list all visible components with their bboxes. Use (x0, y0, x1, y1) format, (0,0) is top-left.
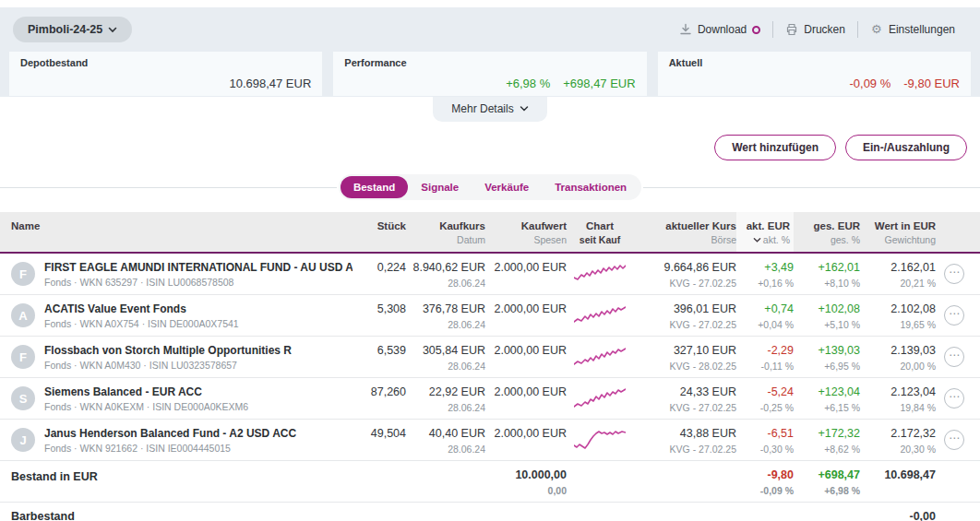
col-akt-eur[interactable]: akt. EUR akt. % (736, 212, 794, 252)
sparkline-chart[interactable] (567, 337, 633, 377)
fund-sub: Fonds · WKN A0KEXM · ISIN DE000A0KEXM6 (44, 401, 248, 412)
performance-value: +698,47 EUR (563, 77, 635, 90)
row-menu-button[interactable]: ⋯ (944, 305, 964, 326)
depot-label: Depotbestand (20, 57, 311, 68)
wert-value: 2.172,3220,30 % (860, 420, 936, 460)
sparkline-chart[interactable] (567, 420, 633, 460)
sparkline-chart[interactable] (567, 254, 633, 294)
row-menu-button[interactable]: ⋯ (944, 347, 964, 367)
table-row[interactable]: J Janus Henderson Balanced Fund - A2 USD… (0, 420, 980, 461)
akt-eur-value: -5,24-0,25 % (736, 378, 794, 419)
divider (0, 187, 337, 188)
col-kaufwert: Kaufwert Spesen (485, 212, 567, 252)
stueck-value: 5,308 (358, 295, 406, 336)
fund-name[interactable]: FIRST EAGLE AMUNDI INTERNATIONAL FUND - … (44, 261, 353, 274)
bestand-ges: +698,47+6,98 % (794, 461, 860, 502)
tab-verkaeufe[interactable]: Verkäufe (472, 176, 542, 198)
ges-eur-value: +139,03+6,95 % (794, 337, 860, 377)
ges-eur-value: +172,32+8,62 % (794, 420, 860, 460)
ges-eur-value: +162,01+8,10 % (794, 254, 860, 294)
fund-name[interactable]: Siemens Balanced - EUR ACC (44, 385, 248, 398)
mehr-details-label: Mehr Details (451, 102, 513, 115)
boerse-info: KVG - 27.02.25 (633, 444, 736, 455)
barbestand-wert: -0,00 (860, 503, 936, 521)
deposit-withdraw-button[interactable]: Ein-/Auszahlung (845, 135, 967, 160)
table-row[interactable]: F FIRST EAGLE AMUNDI INTERNATIONAL FUND … (0, 254, 980, 295)
aktuell-value: -9,80 EUR (903, 77, 960, 90)
kaufkurs-value: 376,78 EUR28.06.24 (406, 295, 485, 336)
fund-sub: Fonds · WKN A0X754 · ISIN DE000A0X7541 (44, 318, 239, 329)
print-button[interactable]: Drucken (773, 23, 857, 36)
akt-eur-value: -6,51-0,30 % (736, 420, 794, 460)
akt-eur-value: +3,49+0,16 % (736, 254, 794, 294)
fund-name[interactable]: Flossbach von Storch Multiple Opportunit… (44, 344, 292, 357)
col-aktueller-kurs: aktueller Kurs Börse (633, 212, 736, 252)
kaufwert-value: 2.000,00 EUR (485, 295, 567, 336)
tabs-group: Bestand Signale Verkäufe Transaktionen (339, 174, 641, 200)
sort-chevron-icon (753, 236, 761, 244)
barbestand-row: Barbestand -0,00 (0, 503, 980, 521)
download-button[interactable]: Download (667, 23, 772, 36)
depot-value: 10.698,47 EUR (229, 77, 311, 90)
fund-name[interactable]: Janus Henderson Balanced Fund - A2 USD A… (44, 427, 296, 440)
row-menu-button[interactable]: ⋯ (944, 264, 964, 284)
kaufkurs-value: 40,40 EUR28.06.24 (406, 420, 485, 460)
settings-label: Einstellungen (889, 23, 955, 36)
kaufwert-value: 2.000,00 EUR (485, 378, 567, 419)
toolbar-actions: Download Drucken ⚙ Einstellungen (667, 21, 967, 38)
sparkline-chart[interactable] (567, 378, 633, 419)
wert-value: 2.162,0120,21 % (860, 254, 936, 294)
tab-bestand[interactable]: Bestand (341, 176, 408, 198)
gewichtung: 20,21 % (860, 278, 936, 289)
ges-eur-value: +102,08+5,10 % (794, 295, 860, 336)
table-row[interactable]: S Siemens Balanced - EUR ACC Fonds · WKN… (0, 378, 980, 420)
kauf-datum: 28.06.24 (406, 402, 485, 413)
boerse-info: KVG - 28.02.25 (633, 361, 736, 372)
kauf-datum: 28.06.24 (406, 319, 485, 330)
portfolio-selector[interactable]: Pimboli-24-25 (13, 17, 132, 42)
table-row[interactable]: F Flossbach von Storch Multiple Opportun… (0, 337, 980, 378)
performance-label: Performance (344, 57, 635, 68)
mehr-details-button[interactable]: Mehr Details (433, 97, 546, 122)
kauf-datum: 28.06.24 (406, 278, 485, 289)
col-stueck: Stück (358, 212, 406, 252)
gear-icon: ⚙ (870, 23, 883, 36)
gewichtung: 20,00 % (860, 361, 936, 372)
col-name: Name (11, 212, 358, 252)
col-menu (936, 212, 973, 252)
fund-name[interactable]: ACATIS Value Event Fonds (44, 302, 239, 315)
avatar: S (11, 386, 35, 410)
boerse-info: KVG - 27.02.25 (633, 319, 736, 330)
settings-button[interactable]: ⚙ Einstellungen (858, 23, 967, 36)
fund-sub: Fonds · WKN 921662 · ISIN IE0004445015 (44, 443, 296, 454)
bestand-wert: 10.698,47 (860, 461, 936, 502)
chevron-down-icon (108, 25, 117, 34)
tab-transaktionen[interactable]: Transaktionen (542, 176, 639, 198)
top-band: Pimboli-24-25 Download Drucken ⚙ Einstel… (0, 7, 980, 97)
sparkline-chart[interactable] (567, 295, 633, 336)
aktueller-kurs-value: 43,88 EURKVG - 27.02.25 (633, 420, 736, 460)
avatar: F (11, 262, 35, 286)
bestand-summary-row: Bestand in EUR 10.000,000,00 -9,80-0,09 … (0, 461, 980, 503)
action-buttons: Wert hinzufügen Ein-/Auszahlung (0, 122, 980, 160)
col-kaufkurs: Kaufkurs Datum (406, 212, 485, 252)
barbestand-label: Barbestand (11, 503, 860, 521)
add-value-button[interactable]: Wert hinzufügen (714, 135, 836, 160)
performance-percent: +6,98 % (506, 77, 550, 90)
row-menu-button[interactable]: ⋯ (944, 388, 964, 409)
boerse-info: KVG - 27.02.25 (633, 402, 736, 413)
download-badge-icon (752, 26, 760, 34)
tab-signale[interactable]: Signale (408, 176, 472, 198)
stueck-value: 49,504 (358, 420, 406, 460)
bestand-label: Bestand in EUR (11, 461, 485, 502)
table-row[interactable]: A ACATIS Value Event Fonds Fonds · WKN A… (0, 295, 980, 337)
boerse-info: KVG - 27.02.25 (633, 278, 736, 289)
kaufwert-value: 2.000,00 EUR (485, 254, 567, 294)
row-menu-button[interactable]: ⋯ (944, 430, 964, 450)
stueck-value: 0,224 (358, 254, 406, 294)
aktuell-percent: -0,09 % (849, 77, 890, 90)
print-label: Drucken (804, 23, 845, 36)
aktueller-kurs-value: 396,01 EURKVG - 27.02.25 (633, 295, 736, 336)
aktuell-card: Aktuell -0,09 % -9,80 EUR (658, 52, 971, 96)
portfolio-selector-label: Pimboli-24-25 (28, 23, 102, 36)
